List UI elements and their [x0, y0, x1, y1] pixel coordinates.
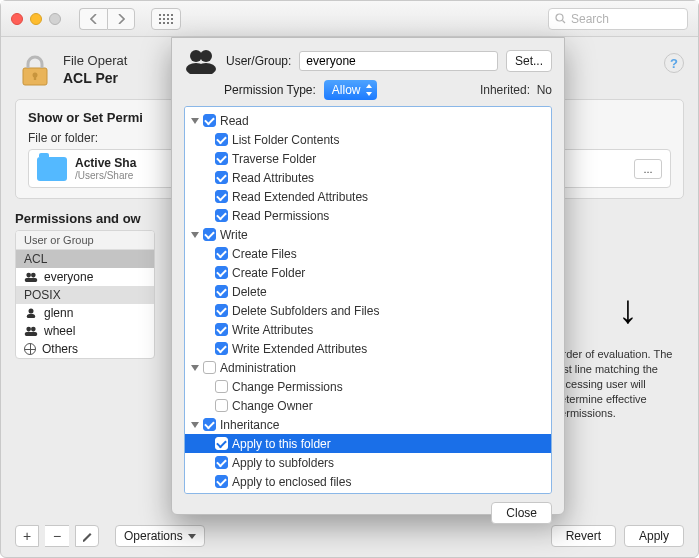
checkbox[interactable]: [215, 380, 228, 393]
svg-rect-1: [163, 14, 165, 16]
list-item[interactable]: Others: [16, 340, 154, 358]
help-text: Order of evaluation. The first line matc…: [554, 347, 674, 421]
svg-rect-10: [167, 22, 169, 24]
checkbox[interactable]: [215, 133, 228, 146]
checkbox[interactable]: [215, 323, 228, 336]
users-icon: [184, 48, 218, 74]
tree-item[interactable]: Delete: [185, 282, 551, 301]
inherited-label: Inherited: No: [480, 83, 552, 97]
close-window-icon[interactable]: [11, 13, 23, 25]
tree-label: Apply to all subfolder levels: [232, 494, 377, 495]
permission-type-select[interactable]: Allow: [324, 80, 377, 100]
help-button[interactable]: ?: [664, 53, 684, 73]
list-header: User or Group: [16, 231, 154, 250]
list-item[interactable]: glenn: [16, 304, 154, 322]
disclosure-triangle-icon[interactable]: [191, 118, 199, 124]
set-button[interactable]: Set...: [506, 50, 552, 72]
tree-item[interactable]: Create Files: [185, 244, 551, 263]
chevron-down-icon: [188, 534, 196, 539]
apply-button[interactable]: Apply: [624, 525, 684, 547]
disclosure-triangle-icon[interactable]: [191, 365, 199, 371]
remove-button[interactable]: −: [45, 525, 69, 547]
add-button[interactable]: +: [15, 525, 39, 547]
tree-item[interactable]: Traverse Folder: [185, 149, 551, 168]
zoom-window-icon[interactable]: [49, 13, 61, 25]
checkbox[interactable]: [203, 114, 216, 127]
tree-item[interactable]: Read Permissions: [185, 206, 551, 225]
svg-point-28: [200, 50, 212, 62]
checkbox[interactable]: [215, 475, 228, 488]
svg-point-18: [31, 273, 36, 278]
tree-item[interactable]: Write Extended Attributes: [185, 339, 551, 358]
show-all-button[interactable]: [151, 8, 181, 30]
user-group-input[interactable]: [299, 51, 498, 71]
tree-group[interactable]: Read: [185, 111, 551, 130]
svg-point-22: [27, 314, 35, 318]
checkbox[interactable]: [215, 456, 228, 469]
close-button[interactable]: Close: [491, 502, 552, 524]
tree-item[interactable]: Create Folder: [185, 263, 551, 282]
disclosure-triangle-icon[interactable]: [191, 422, 199, 428]
nav-buttons: [79, 8, 135, 30]
tree-label: Read Permissions: [232, 209, 329, 223]
minimize-window-icon[interactable]: [30, 13, 42, 25]
checkbox[interactable]: [215, 304, 228, 317]
svg-rect-4: [159, 18, 161, 20]
tree-item[interactable]: List Folder Contents: [185, 130, 551, 149]
edit-button[interactable]: [75, 525, 99, 547]
checkbox[interactable]: [215, 152, 228, 165]
operations-menu[interactable]: Operations: [115, 525, 205, 547]
tree-label: Write Attributes: [232, 323, 313, 337]
disclosure-triangle-icon[interactable]: [191, 232, 199, 238]
tree-item[interactable]: Delete Subfolders and Files: [185, 301, 551, 320]
svg-rect-5: [163, 18, 165, 20]
checkbox[interactable]: [215, 437, 228, 450]
tree-item[interactable]: Change Permissions: [185, 377, 551, 396]
tree-label: Apply to enclosed files: [232, 475, 351, 489]
checkbox[interactable]: [215, 399, 228, 412]
list-item[interactable]: everyone: [16, 268, 154, 286]
tree-item[interactable]: Apply to this folder: [185, 434, 551, 453]
tree-group[interactable]: Administration: [185, 358, 551, 377]
tree-label: Write Extended Attributes: [232, 342, 367, 356]
svg-line-13: [563, 21, 566, 24]
users-icon: [24, 272, 38, 282]
category-acl[interactable]: ACL: [16, 250, 154, 268]
tree-item[interactable]: Write Attributes: [185, 320, 551, 339]
checkbox[interactable]: [215, 171, 228, 184]
tree-item[interactable]: Apply to enclosed files: [185, 472, 551, 491]
checkbox[interactable]: [215, 266, 228, 279]
checkbox[interactable]: [215, 247, 228, 260]
checkbox[interactable]: [203, 228, 216, 241]
tree-item[interactable]: Change Owner: [185, 396, 551, 415]
tree-label: Write: [220, 228, 248, 242]
tree-item[interactable]: Apply to all subfolder levels: [185, 491, 551, 494]
back-button[interactable]: [79, 8, 107, 30]
svg-rect-3: [171, 14, 173, 16]
permissions-tree[interactable]: ReadList Folder ContentsTraverse FolderR…: [184, 106, 552, 494]
svg-point-12: [556, 14, 563, 21]
tree-group[interactable]: Inheritance: [185, 415, 551, 434]
tree-item[interactable]: Apply to subfolders: [185, 453, 551, 472]
checkbox[interactable]: [215, 209, 228, 222]
forward-button[interactable]: [107, 8, 135, 30]
svg-rect-8: [159, 22, 161, 24]
folder-icon: [37, 157, 67, 181]
list-item[interactable]: wheel: [16, 322, 154, 340]
search-input[interactable]: Search: [548, 8, 688, 30]
choose-file-button[interactable]: ...: [634, 159, 662, 179]
tree-item[interactable]: Read Attributes: [185, 168, 551, 187]
tree-label: Delete Subfolders and Files: [232, 304, 379, 318]
checkbox[interactable]: [215, 285, 228, 298]
tree-group[interactable]: Write: [185, 225, 551, 244]
svg-rect-7: [171, 18, 173, 20]
tree-label: Read Extended Attributes: [232, 190, 368, 204]
user-group-list[interactable]: User or Group ACL everyone POSIX glenn w…: [15, 230, 155, 359]
checkbox[interactable]: [215, 342, 228, 355]
revert-button[interactable]: Revert: [551, 525, 616, 547]
checkbox[interactable]: [215, 190, 228, 203]
checkbox[interactable]: [203, 361, 216, 374]
category-posix[interactable]: POSIX: [16, 286, 154, 304]
checkbox[interactable]: [203, 418, 216, 431]
tree-item[interactable]: Read Extended Attributes: [185, 187, 551, 206]
